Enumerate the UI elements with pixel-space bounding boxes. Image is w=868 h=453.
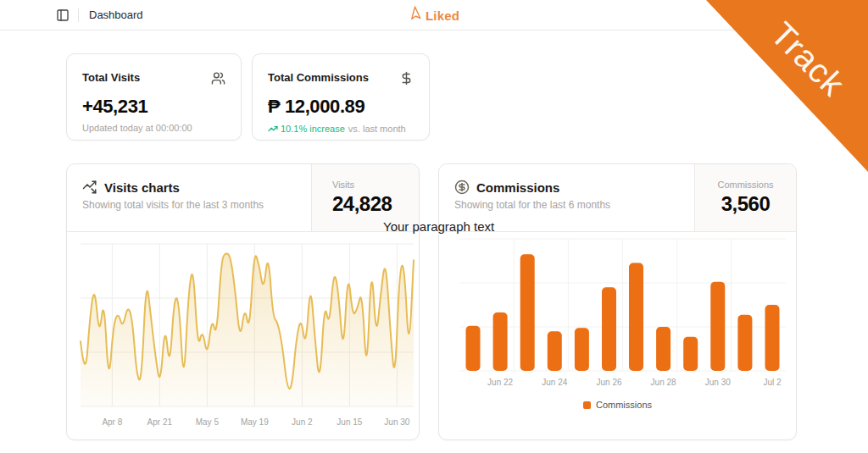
topbar-divider (78, 8, 79, 22)
bar-gridlines (459, 239, 786, 371)
commissions-total-label: Commissions (717, 180, 773, 190)
svg-text:May 5: May 5 (196, 417, 220, 427)
sidebar-toggle-button[interactable] (54, 7, 71, 24)
brand-logo[interactable]: Liked (409, 8, 459, 22)
legend-label: Commissions (596, 400, 652, 410)
trending-up-down-icon (82, 180, 97, 195)
commissions-card-title: Commissions (476, 180, 559, 195)
visits-card-header: Visits charts Showing total visits for t… (67, 164, 419, 232)
commissions-chart-card: Commissions Showing total for the last 6… (438, 163, 797, 440)
visits-chart-card: Visits charts Showing total visits for t… (66, 163, 420, 440)
commissions-total-box[interactable]: Commissions 3,560 (694, 164, 796, 231)
commissions-card-subtitle: Showing total for the last 6 months (454, 199, 686, 211)
visits-card-title: Visits charts (104, 180, 180, 195)
visits-total-label: Visits (332, 180, 354, 190)
area-x-axis-labels: Apr 8Apr 21May 5May 19Jun 2Jun 15Jun 30 (102, 417, 409, 427)
overlay-paragraph-text: Your paragraph text (383, 219, 494, 234)
total-commissions-card: Total Commissions ₱ 12,000.89 10.1% incr… (252, 53, 430, 141)
total-visits-card: Total Visits +45,231 Updated today at 00… (66, 53, 242, 141)
commissions-bar-chart[interactable]: Jun 22Jun 24Jun 26Jun 28Jun 30Jul 2 (439, 232, 797, 398)
paper-plane-icon (409, 8, 423, 22)
svg-text:Jun 15: Jun 15 (337, 417, 362, 427)
svg-text:Jun 28: Jun 28 (651, 378, 676, 387)
users-icon (211, 71, 225, 89)
total-visits-subtitle: Updated today at 00:00:00 (82, 123, 225, 133)
svg-text:Apr 21: Apr 21 (147, 417, 173, 427)
total-commissions-value: ₱ 12,000.89 (268, 96, 414, 118)
visits-card-subtitle: Showing total visits for the last 3 mont… (82, 199, 303, 211)
page-title: Dashboard (89, 8, 143, 21)
svg-text:Jun 26: Jun 26 (596, 378, 621, 387)
total-commissions-title: Total Commissions (268, 71, 369, 84)
dollar-icon (399, 71, 414, 89)
total-visits-title: Total Visits (82, 71, 140, 84)
svg-text:Jun 24: Jun 24 (542, 378, 567, 387)
trending-up-icon (268, 124, 278, 134)
visits-area-chart[interactable]: Apr 8Apr 21May 5May 19Jun 2Jun 15Jun 30 (67, 232, 420, 435)
svg-text:Apr 8: Apr 8 (102, 417, 122, 427)
svg-text:May 19: May 19 (241, 417, 269, 427)
change-badge: 10.1% increase (268, 124, 345, 134)
circle-dollar-icon (454, 180, 470, 195)
track-ribbon: Track (706, 0, 868, 172)
svg-text:Jun 2: Jun 2 (292, 417, 313, 427)
commissions-total-value: 3,560 (721, 192, 771, 216)
panel-left-icon (56, 8, 70, 22)
legend-swatch (583, 401, 591, 409)
change-suffix: vs. last month (348, 124, 406, 134)
dashboard-page: Track Dashboard Liked Total Visits +45,2… (0, 0, 868, 453)
svg-text:Jul 2: Jul 2 (763, 378, 782, 387)
svg-text:Jun 22: Jun 22 (487, 378, 513, 387)
total-visits-value: +45,231 (82, 96, 225, 118)
svg-text:Jun 30: Jun 30 (705, 378, 731, 387)
svg-text:Jun 30: Jun 30 (384, 417, 409, 427)
brand-logo-text: Liked (426, 8, 459, 22)
change-text: 10.1% increase (281, 124, 345, 134)
bar-x-axis-labels: Jun 22Jun 24Jun 26Jun 28Jun 30Jul 2 (487, 378, 782, 387)
visits-total-value: 24,828 (332, 192, 392, 216)
chart-legend: Commissions (439, 400, 796, 410)
ribbon-label: Track (763, 14, 852, 103)
